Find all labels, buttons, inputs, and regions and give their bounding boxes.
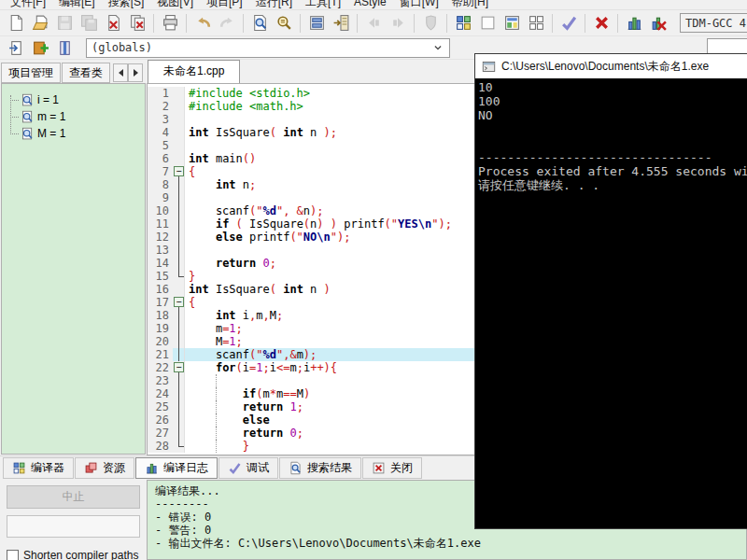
fold-margin (173, 126, 185, 139)
toolbar-separator (300, 14, 301, 33)
shield-button[interactable] (418, 12, 443, 35)
profile-button[interactable] (622, 12, 646, 35)
close-file-button[interactable] (101, 12, 125, 35)
compile-progress-bar (7, 515, 140, 538)
watch-tree[interactable]: i = 1m = 1M = 1 (1, 83, 146, 455)
menu-item[interactable]: 运行[R] (249, 0, 299, 9)
menu-item[interactable]: 文件[F] (4, 0, 52, 9)
scroll-tabs-left-button[interactable] (113, 63, 128, 82)
line-number[interactable]: 27 (148, 427, 173, 440)
checkbox-box[interactable] (7, 550, 19, 560)
line-number[interactable]: 8 (148, 178, 173, 191)
left-tab-project-manager[interactable]: 项目管理 (1, 63, 61, 83)
line-number[interactable]: 21 (148, 348, 173, 361)
line-number[interactable]: 16 (148, 283, 173, 296)
stop-button[interactable] (589, 12, 613, 35)
line-number[interactable]: 18 (148, 309, 173, 322)
line-number[interactable]: 23 (148, 374, 173, 387)
goto-line-button[interactable] (304, 12, 329, 35)
add-bookmark-button[interactable] (28, 36, 52, 59)
menu-item[interactable]: 帮助[H] (445, 0, 495, 9)
print-button[interactable] (158, 12, 182, 35)
line-number[interactable]: 10 (148, 204, 173, 217)
watch-item[interactable]: i = 1 (2, 91, 145, 108)
menu-item[interactable]: 搜索[S] (102, 0, 151, 9)
syntax-check-button[interactable] (557, 12, 581, 35)
forward-button[interactable] (386, 12, 410, 35)
line-number[interactable]: 3 (148, 113, 173, 126)
save-button[interactable] (52, 12, 77, 35)
watch-item[interactable]: M = 1 (2, 125, 145, 142)
bottom-tab-compiler-squares[interactable]: 编译器 (3, 457, 74, 479)
new-file-button[interactable] (4, 12, 28, 35)
add-bookmark-icon (32, 39, 49, 57)
back-icon (365, 14, 383, 32)
fold-toggle-icon[interactable]: − (174, 166, 184, 176)
line-number[interactable]: 25 (148, 400, 173, 413)
editor-tab[interactable]: 未命名1.cpp (148, 60, 240, 83)
menu-item[interactable]: 工具[T] (299, 0, 347, 9)
back-button[interactable] (361, 12, 386, 35)
menu-item[interactable]: AStyle (347, 0, 393, 9)
line-number[interactable]: 2 (148, 100, 173, 113)
menu-item[interactable]: 视图[V] (150, 0, 200, 9)
bottom-tab-resources[interactable]: 资源 (75, 457, 134, 479)
compile-button[interactable] (451, 12, 475, 35)
save-all-button[interactable] (77, 12, 101, 35)
line-number[interactable]: 14 (148, 257, 173, 270)
replace-button[interactable] (272, 12, 296, 35)
line-number[interactable]: 19 (148, 322, 173, 335)
line-number[interactable]: 22 (148, 361, 173, 374)
watch-item[interactable]: m = 1 (2, 108, 145, 125)
line-number[interactable]: 13 (148, 244, 173, 257)
close-file-icon (105, 14, 122, 32)
line-number[interactable]: 4 (148, 126, 173, 139)
line-number[interactable]: 24 (148, 387, 173, 400)
console-line: 100 (478, 94, 747, 108)
menu-item[interactable]: 项目[P] (200, 0, 249, 9)
line-number[interactable]: 17 (148, 296, 173, 309)
redo-button[interactable] (215, 12, 239, 35)
line-number[interactable]: 15 (148, 270, 173, 283)
fold-toggle-icon[interactable]: − (174, 297, 184, 307)
bottom-tab-search-results[interactable]: 搜索结果 (279, 457, 361, 479)
compiler-select[interactable]: TDM-GCC 4.9.2 64 (680, 13, 747, 33)
goto-bookmark-button[interactable] (52, 36, 77, 59)
compile-run-button[interactable] (500, 12, 524, 35)
line-number[interactable]: 12 (148, 231, 173, 244)
toolbar-row1-icons (4, 12, 670, 35)
menu-item[interactable]: 编辑[E] (52, 0, 102, 9)
bottom-tab-debug-check[interactable]: 调试 (218, 457, 278, 479)
line-number[interactable]: 5 (148, 139, 173, 152)
left-tab-view-classes[interactable]: 查看类 (62, 63, 110, 83)
insert-button[interactable] (4, 36, 28, 59)
console-body[interactable]: 10100NO --------------------------------… (475, 78, 747, 528)
insert-snippet-button[interactable] (329, 12, 353, 35)
scroll-tabs-right-button[interactable] (128, 63, 143, 82)
bottom-tab-label: 资源 (103, 460, 125, 476)
menu-item[interactable]: 窗口[W] (393, 0, 445, 9)
rebuild-button[interactable] (524, 12, 548, 35)
undo-button[interactable] (190, 12, 215, 35)
console-title-bar[interactable]: C:\Users\Lenovo\Documents\未命名1.exe (475, 54, 747, 78)
line-number[interactable]: 11 (148, 217, 173, 231)
line-number[interactable]: 6 (148, 152, 173, 165)
line-number[interactable]: 20 (148, 335, 173, 348)
open-file-button[interactable] (28, 12, 52, 35)
console-window[interactable]: C:\Users\Lenovo\Documents\未命名1.exe 10100… (474, 53, 747, 529)
line-number[interactable]: 26 (148, 413, 173, 427)
shorten-paths-checkbox[interactable]: Shorten compiler paths (7, 549, 140, 560)
run-button[interactable] (475, 12, 500, 35)
line-number[interactable]: 28 (148, 440, 173, 453)
globals-select[interactable]: (globals) (86, 38, 450, 58)
line-number[interactable]: 9 (148, 191, 173, 204)
abort-button[interactable]: 中止 (7, 485, 140, 509)
line-number[interactable]: 1 (148, 87, 173, 100)
close-all-button[interactable] (125, 12, 149, 35)
delete-profile-button[interactable] (646, 12, 670, 35)
bottom-tab-compile-log-chart[interactable]: 编译日志 (135, 457, 218, 479)
fold-toggle-icon[interactable]: − (174, 362, 184, 372)
find-button[interactable] (247, 12, 272, 35)
line-number[interactable]: 7 (148, 165, 173, 178)
bottom-tab-close-x[interactable]: 关闭 (362, 457, 422, 479)
